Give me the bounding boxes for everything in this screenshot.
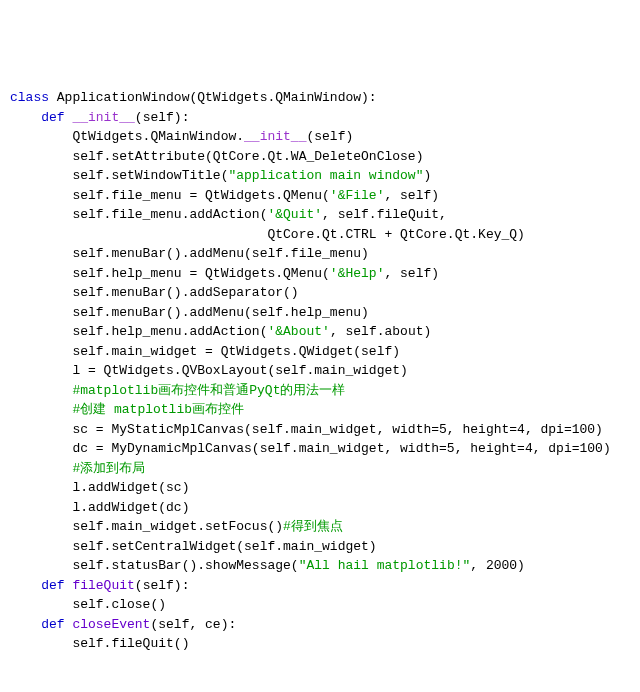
code-block: class ApplicationWindow(QtWidgets.QMainW…: [10, 88, 630, 654]
comment: #得到焦点: [283, 519, 343, 534]
keyword-def: def: [10, 110, 65, 125]
code-line: self.close(): [10, 595, 630, 615]
code-text: ): [423, 168, 431, 183]
comment: #创建 matplotlib画布控件: [10, 400, 630, 420]
code-line: l.addWidget(dc): [10, 498, 630, 518]
code-line: dc = MyDynamicMplCanvas(self.main_widget…: [10, 439, 630, 459]
init-call: __init__: [244, 129, 306, 144]
code-text: self.main_widget.setFocus(): [10, 519, 283, 534]
code-text: , 2000): [470, 558, 525, 573]
string-literal: '&Quit': [267, 207, 322, 222]
string-literal: '&About': [267, 324, 329, 339]
keyword-class: class: [10, 90, 49, 105]
keyword-def: def: [10, 617, 65, 632]
comment: #matplotlib画布控件和普通PyQt的用法一样: [10, 381, 630, 401]
code-text: , self.fileQuit,: [322, 207, 447, 222]
code-text: self.statusBar().showMessage(: [10, 558, 299, 573]
code-text: QtWidgets.QMainWindow.: [10, 129, 244, 144]
keyword-def: def: [10, 578, 65, 593]
code-text: , self.about): [330, 324, 431, 339]
code-line: self.fileQuit(): [10, 634, 630, 654]
code-text: self.help_menu = QtWidgets.QMenu(: [10, 266, 330, 281]
class-decl: ApplicationWindow(QtWidgets.QMainWindow)…: [49, 90, 377, 105]
code-line: l = QtWidgets.QVBoxLayout(self.main_widg…: [10, 361, 630, 381]
string-literal: '&File': [330, 188, 385, 203]
params: (self):: [135, 578, 190, 593]
code-text: , self): [384, 188, 439, 203]
code-text: self.file_menu.addAction(: [10, 207, 267, 222]
code-line: QtCore.Qt.CTRL + QtCore.Qt.Key_Q): [10, 225, 630, 245]
string-literal: "application main window": [228, 168, 423, 183]
code-line: self.menuBar().addMenu(self.file_menu): [10, 244, 630, 264]
code-line: self.setCentralWidget(self.main_widget): [10, 537, 630, 557]
init-method: __init__: [65, 110, 135, 125]
code-text: , self): [384, 266, 439, 281]
string-literal: '&Help': [330, 266, 385, 281]
string-literal: "All hail matplotlib!": [299, 558, 471, 573]
code-line: self.setAttribute(QtCore.Qt.WA_DeleteOnC…: [10, 147, 630, 167]
params: (self, ce):: [150, 617, 236, 632]
function-name: fileQuit: [65, 578, 135, 593]
code-text: (self): [306, 129, 353, 144]
code-line: self.main_widget = QtWidgets.QWidget(sel…: [10, 342, 630, 362]
params: (self):: [135, 110, 190, 125]
code-line: self.menuBar().addMenu(self.help_menu): [10, 303, 630, 323]
comment: #添加到布局: [10, 459, 630, 479]
code-line: sc = MyStaticMplCanvas(self.main_widget,…: [10, 420, 630, 440]
code-text: self.help_menu.addAction(: [10, 324, 267, 339]
code-text: self.file_menu = QtWidgets.QMenu(: [10, 188, 330, 203]
code-line: self.menuBar().addSeparator(): [10, 283, 630, 303]
code-line: l.addWidget(sc): [10, 478, 630, 498]
function-name: closeEvent: [65, 617, 151, 632]
code-text: self.setWindowTitle(: [10, 168, 228, 183]
